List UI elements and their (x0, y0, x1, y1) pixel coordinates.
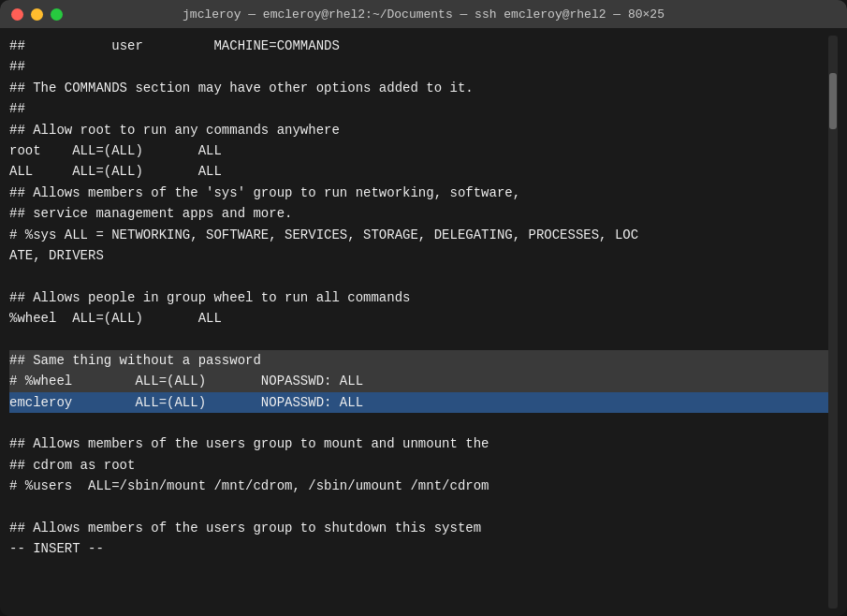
line-20: ## Allows members of the users group to … (9, 433, 828, 454)
line-6: root ALL=(ALL) ALL (9, 140, 828, 161)
line-9: ## service management apps and more. (9, 203, 828, 224)
line-16: ## Same thing without a password (9, 350, 828, 371)
line-7: ALL ALL=(ALL) ALL (9, 161, 828, 182)
window-title: jmcleroy — emcleroy@rhel2:~/Documents — … (183, 7, 664, 22)
close-button[interactable] (11, 8, 23, 21)
terminal-body[interactable]: ## user MACHINE=COMMANDS ## ## The COMMA… (0, 28, 847, 616)
line-4: ## (9, 98, 828, 119)
line-14: %wheel ALL=(ALL) ALL (9, 308, 828, 329)
scrollbar[interactable] (828, 36, 838, 609)
line-19 (9, 413, 828, 433)
line-23 (9, 497, 828, 518)
minimize-button[interactable] (31, 8, 43, 21)
line-17: # %wheel ALL=(ALL) NOPASSWD: ALL (9, 371, 828, 391)
line-15 (9, 329, 828, 349)
line-21: ## cdrom as root (9, 455, 828, 476)
terminal-content[interactable]: ## user MACHINE=COMMANDS ## ## The COMMA… (9, 36, 828, 609)
line-2: ## (9, 56, 828, 77)
window-controls (11, 8, 63, 21)
line-3: ## The COMMANDS section may have other o… (9, 78, 828, 98)
titlebar: jmcleroy — emcleroy@rhel2:~/Documents — … (0, 0, 847, 28)
terminal-window: jmcleroy — emcleroy@rhel2:~/Documents — … (0, 0, 847, 616)
line-5: ## Allow root to run any commands anywhe… (9, 120, 828, 140)
line-11: ATE, DRIVERS (9, 245, 828, 266)
line-13: ## Allows people in group wheel to run a… (9, 287, 828, 308)
line-24: ## Allows members of the users group to … (9, 518, 828, 538)
line-1: ## user MACHINE=COMMANDS (9, 36, 828, 56)
line-10: # %sys ALL = NETWORKING, SOFTWARE, SERVI… (9, 225, 828, 245)
line-12 (9, 266, 828, 286)
line-22: # %users ALL=/sbin/mount /mnt/cdrom, /sb… (9, 476, 828, 496)
maximize-button[interactable] (51, 8, 63, 21)
line-25: -- INSERT -- (9, 538, 828, 559)
line-8: ## Allows members of the 'sys' group to … (9, 183, 828, 203)
scrollbar-thumb[interactable] (829, 73, 837, 129)
line-18: emcleroy ALL=(ALL) NOPASSWD: ALL (9, 392, 828, 413)
